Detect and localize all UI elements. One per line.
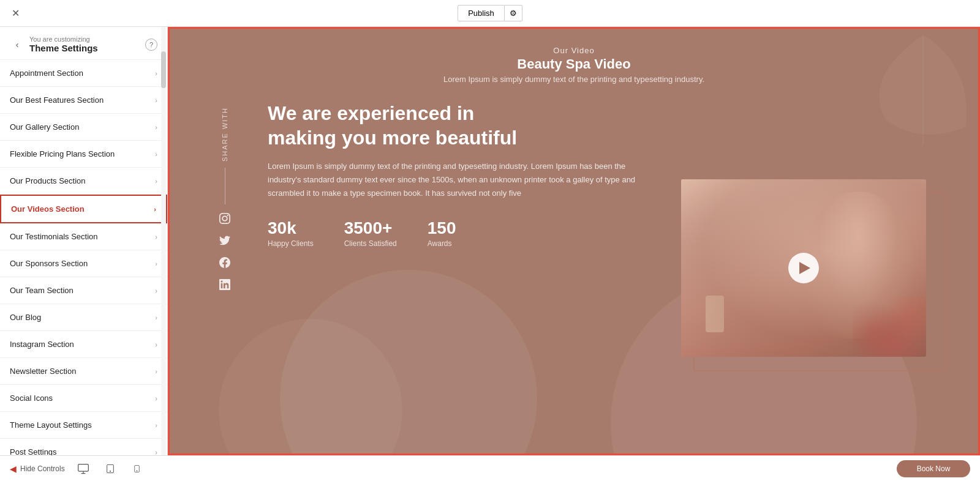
sidebar-item-sponsors[interactable]: Our Sponsors Section › — [0, 250, 167, 277]
heading-line2: making you more beautiful — [268, 127, 517, 149]
sidebar-item-label: Our Products Section — [10, 176, 86, 185]
chevron-icon: › — [155, 341, 157, 348]
stat-number: 3500+ — [344, 218, 397, 238]
sidebar-item-team[interactable]: Our Team Section › — [0, 277, 167, 304]
sidebar-header: ‹ You are customizing Theme Settings ? — [0, 27, 167, 60]
sidebar-item-products[interactable]: Our Products Section › — [0, 168, 167, 195]
sidebar-item-pricing[interactable]: Flexible Pricing Plans Section › — [0, 141, 167, 168]
sidebar-item-theme-layout[interactable]: Theme Layout Settings › — [0, 412, 167, 439]
sidebar-item-instagram[interactable]: Instagram Section › — [0, 331, 167, 358]
sidebar-item-testimonials[interactable]: Our Testimonials Section › — [0, 223, 167, 250]
sidebar-item-label: Instagram Section — [10, 340, 74, 349]
section-top: Our Video Beauty Spa Video Lorem Ipsum i… — [170, 29, 978, 89]
cta-button[interactable]: Book Now — [897, 460, 970, 477]
sidebar-item-label: Our Best Features Section — [10, 95, 104, 105]
sidebar: ‹ You are customizing Theme Settings ? A… — [0, 27, 168, 455]
sidebar-item-label: Our Gallery Section — [10, 122, 79, 132]
sidebar-item-label: Theme Layout Settings — [10, 420, 92, 430]
main-heading: We are experienced in making you more be… — [268, 101, 654, 150]
chevron-icon: › — [155, 177, 157, 185]
mobile-view-button[interactable] — [129, 460, 146, 477]
sidebar-item-label: Newsletter Section — [10, 367, 76, 376]
sidebar-item-label: Social Icons — [10, 393, 53, 403]
instagram-icon[interactable] — [218, 212, 232, 225]
sidebar-title: Theme Settings — [29, 43, 98, 53]
chevron-icon: › — [155, 449, 157, 456]
main-content: ‹ You are customizing Theme Settings ? A… — [0, 27, 980, 455]
stat-label: Awards — [428, 239, 456, 248]
hide-controls-button[interactable]: ◀ Hide Controls — [10, 464, 65, 474]
stat-number: 30k — [268, 218, 314, 238]
hide-controls-label: Hide Controls — [20, 464, 65, 473]
share-column: Share With — [206, 101, 243, 441]
tablet-view-button[interactable] — [102, 460, 119, 477]
facebook-icon[interactable] — [218, 256, 232, 269]
sidebar-item-label: Post Settings — [10, 447, 57, 455]
stat-number: 150 — [428, 218, 456, 238]
section-body: Share With — [170, 89, 978, 453]
share-divider — [225, 168, 225, 204]
sidebar-item-label: Our Sponsors Section — [10, 259, 88, 268]
svg-point-2 — [110, 471, 110, 471]
svg-point-4 — [137, 470, 137, 471]
body-text: Lorem Ipsum is simply dummy text of the … — [268, 160, 654, 200]
sidebar-item-best-features[interactable]: Our Best Features Section › — [0, 87, 167, 114]
sidebar-item-gallery[interactable]: Our Gallery Section › — [0, 114, 167, 141]
stat-label: Clients Satisfied — [344, 239, 397, 248]
chevron-icon: › — [155, 368, 157, 375]
chevron-icon: › — [155, 97, 157, 104]
chevron-icon: › — [155, 70, 157, 77]
chevron-icon: › — [155, 395, 157, 402]
linkedin-icon[interactable] — [218, 278, 232, 291]
sidebar-scroll[interactable]: Appointment Section › Our Best Features … — [0, 60, 167, 455]
share-with-label: Share With — [221, 107, 228, 162]
play-icon — [799, 262, 810, 274]
sidebar-item-label: Our Blog — [10, 313, 41, 322]
right-column — [678, 101, 941, 441]
video-container — [681, 179, 938, 363]
hide-controls-icon: ◀ — [10, 464, 17, 474]
social-icons-list — [218, 212, 232, 291]
chevron-icon: › — [155, 314, 157, 321]
publish-button[interactable]: Publish — [458, 5, 505, 21]
chevron-icon: › — [155, 233, 157, 240]
twitter-icon[interactable] — [218, 234, 232, 247]
section-desc: Lorem Ipsum is simply dummy text of the … — [170, 75, 978, 84]
cta-label: Book Now — [917, 464, 951, 473]
section-title: Beauty Spa Video — [170, 56, 978, 72]
sidebar-item-label: Our Videos Section — [11, 204, 85, 214]
video-thumbnail[interactable] — [681, 179, 926, 357]
stat-happy-clients: 30k Happy Clients — [268, 218, 314, 248]
svg-rect-0 — [78, 464, 88, 471]
scroll-thumb — [161, 51, 166, 88]
sidebar-item-post-settings[interactable]: Post Settings › — [0, 439, 167, 455]
back-button[interactable]: ‹ — [10, 37, 24, 52]
play-button[interactable] — [788, 253, 819, 283]
sidebar-item-social-icons[interactable]: Social Icons › — [0, 385, 167, 412]
top-bar: ✕ Publish ⚙ — [0, 0, 980, 27]
stat-awards: 150 Awards — [428, 218, 456, 248]
sidebar-item-label: Our Team Section — [10, 286, 74, 295]
bottom-right-area: Book Now — [897, 460, 970, 477]
sidebar-item-videos[interactable]: Our Videos Section › — [0, 195, 167, 223]
sidebar-item-label: Flexible Pricing Plans Section — [10, 149, 115, 158]
chevron-icon: › — [155, 287, 157, 294]
close-button[interactable]: ✕ — [9, 7, 22, 20]
left-column: We are experienced in making you more be… — [268, 101, 654, 441]
desktop-view-button[interactable] — [75, 460, 92, 477]
customizing-label: You are customizing — [29, 35, 98, 43]
stat-clients-satisfied: 3500+ Clients Satisfied — [344, 218, 397, 248]
sidebar-item-newsletter[interactable]: Newsletter Section › — [0, 358, 167, 385]
chevron-icon: › — [155, 151, 157, 158]
chevron-icon: › — [155, 260, 157, 267]
sidebar-item-blog[interactable]: Our Blog › — [0, 304, 167, 331]
help-button[interactable]: ? — [145, 39, 157, 51]
sidebar-item-appointment[interactable]: Appointment Section › — [0, 60, 167, 87]
chevron-icon: › — [154, 206, 156, 213]
preview-area: Our Video Beauty Spa Video Lorem Ipsum i… — [168, 27, 980, 455]
heading-line1: We are experienced in — [268, 102, 474, 124]
chevron-icon: › — [155, 422, 157, 429]
settings-button[interactable]: ⚙ — [505, 5, 522, 21]
chevron-icon: › — [155, 124, 157, 131]
scrollbar[interactable] — [161, 27, 166, 455]
